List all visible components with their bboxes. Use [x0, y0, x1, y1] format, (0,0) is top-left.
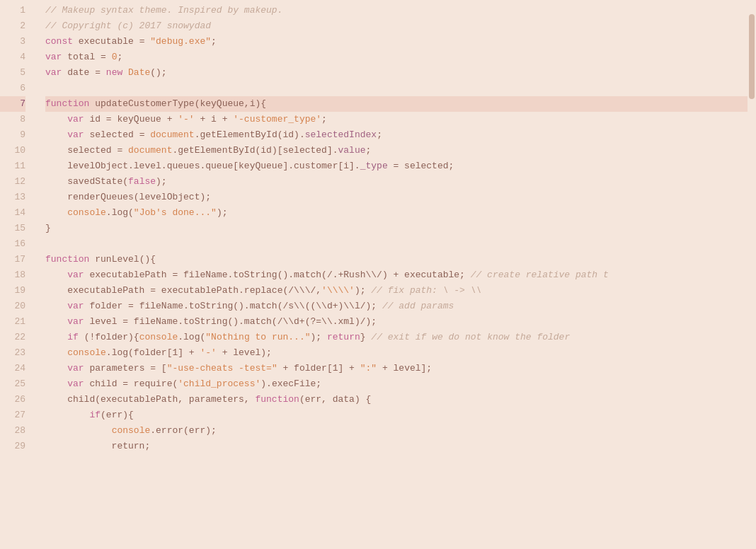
token-plain: total =	[62, 52, 111, 62]
token-plain: (err){	[101, 410, 134, 420]
token-plain: date =	[62, 67, 105, 78]
token-keyword: function	[255, 394, 299, 405]
code-line-18: var executablePath = fileName.toString()…	[45, 267, 748, 283]
line-number-20: 20	[0, 299, 25, 314]
token-keyword: var	[67, 363, 84, 374]
line-number-9: 9	[0, 127, 25, 143]
token-plain: ;	[377, 129, 382, 140]
line-number-16: 16	[0, 236, 25, 252]
token-plain: + level);	[217, 347, 272, 358]
line-number-22: 22	[0, 330, 25, 345]
line-number-15: 15	[0, 221, 25, 236]
code-line-1: // Makeup syntax theme. Inspired by make…	[45, 3, 748, 18]
code-line-2: // Copyright (c) 2017 snowydad	[45, 18, 748, 34]
line-number-11: 11	[0, 158, 25, 174]
token-plain: + folder[1] +	[277, 363, 360, 374]
token-plain: ;	[211, 36, 217, 47]
token-plain	[45, 270, 67, 280]
code-line-22: if (!folder){console.log("Nothing to run…	[45, 330, 748, 345]
token-keyword: var	[67, 316, 84, 327]
token-plain: child = require(	[84, 378, 178, 389]
token-plain: + level];	[377, 363, 432, 374]
token-plain: );	[217, 207, 228, 218]
token-builtin: console	[67, 207, 106, 218]
code-line-16	[45, 236, 748, 252]
code-line-27: if(err){	[45, 408, 748, 423]
token-string: '-customer_type'	[233, 114, 321, 125]
token-plain	[45, 332, 67, 342]
token-keyword: if	[89, 410, 101, 420]
token-string: '\\\\'	[321, 285, 355, 296]
code-line-21: var level = fileName.toString().match(/\…	[45, 314, 748, 330]
token-plain: ();	[150, 67, 166, 78]
line-number-5: 5	[0, 65, 25, 81]
token-string: "debug.exe"	[150, 36, 211, 47]
token-plain: }	[360, 332, 372, 342]
code-area[interactable]: // Makeup syntax theme. Inspired by make…	[34, 0, 748, 549]
token-plain: ).execFile;	[260, 378, 321, 389]
token-comment: // Copyright (c) 2017 snowydad	[45, 21, 211, 31]
line-number-19: 19	[0, 283, 25, 299]
token-plain: (err, data) {	[299, 394, 371, 405]
token-plain: );	[311, 332, 327, 342]
token-string: ":"	[360, 363, 377, 374]
line-number-14: 14	[0, 205, 25, 221]
token-keyword: var	[45, 52, 62, 62]
token-plain	[45, 316, 67, 327]
token-builtin: document	[150, 129, 194, 140]
code-line-8: var id = keyQueue + '-' + i + '-customer…	[45, 112, 748, 127]
line-number-18: 18	[0, 267, 25, 283]
token-plain	[45, 207, 67, 218]
token-plain: );	[355, 285, 371, 296]
token-plain: executablePath = fileName.toString().mat…	[84, 270, 471, 280]
line-number-3: 3	[0, 34, 25, 50]
token-plain: executable =	[73, 36, 150, 47]
token-comment: // fix path: \ -> \\	[371, 285, 481, 296]
token-plain: .getElementById(id).	[195, 129, 305, 140]
token-plain: runLevel(){	[89, 254, 156, 265]
token-plain: }	[45, 223, 51, 233]
token-string: 'child_process'	[178, 378, 260, 389]
token-plain: .log(	[178, 332, 205, 342]
code-line-26: child(executablePath, parameters, functi…	[45, 392, 748, 408]
code-line-24: var parameters = ["-use-cheats -test=" +…	[45, 361, 748, 376]
line-number-7: 7	[0, 96, 25, 112]
token-plain: );	[156, 176, 167, 187]
token-comment: // Makeup syntax theme. Inspired by make…	[45, 5, 282, 16]
code-line-11: levelObject.level.queues.queue[keyQueue]…	[45, 158, 748, 174]
token-plain	[45, 114, 67, 125]
code-line-9: var selected = document.getElementById(i…	[45, 127, 748, 143]
code-line-13: renderQueues(levelObject);	[45, 190, 748, 205]
scrollbar[interactable]	[748, 0, 756, 549]
token-keyword: const	[45, 36, 73, 47]
scrollbar-thumb[interactable]	[749, 14, 755, 99]
token-keyword: function	[45, 254, 89, 265]
line-number-1: 1	[0, 3, 25, 18]
token-property: value	[338, 145, 366, 156]
line-number-13: 13	[0, 190, 25, 205]
token-property: selectedIndex	[305, 129, 377, 140]
token-string: "Job's done..."	[134, 207, 217, 218]
code-line-10: selected = document.getElementById(id)[s…	[45, 143, 748, 158]
code-line-15: }	[45, 221, 748, 236]
line-number-6: 6	[0, 81, 25, 96]
token-plain: ;	[321, 114, 327, 125]
token-plain: levelObject.level.queues.queue[keyQueue]…	[45, 161, 360, 171]
code-line-7: function updateCustomerType(keyQueue,i){	[45, 96, 748, 112]
token-plain: .log(	[106, 207, 134, 218]
token-plain: return;	[45, 441, 150, 451]
code-line-12: savedState(false);	[45, 174, 748, 190]
code-line-3: const executable = "debug.exe";	[45, 34, 748, 50]
token-plain: id = keyQueue +	[84, 114, 178, 125]
token-keyword: var	[67, 301, 84, 311]
token-plain	[45, 363, 67, 374]
token-keyword: var	[67, 129, 84, 140]
token-keyword: new	[106, 67, 122, 78]
code-line-29: return;	[45, 439, 748, 454]
token-builtin: console	[112, 425, 151, 436]
code-line-5: var date = new Date();	[45, 65, 748, 81]
token-plain	[45, 347, 67, 358]
token-plain: .error(err);	[150, 425, 217, 436]
line-number-25: 25	[0, 376, 25, 392]
token-property: _type	[360, 161, 388, 171]
